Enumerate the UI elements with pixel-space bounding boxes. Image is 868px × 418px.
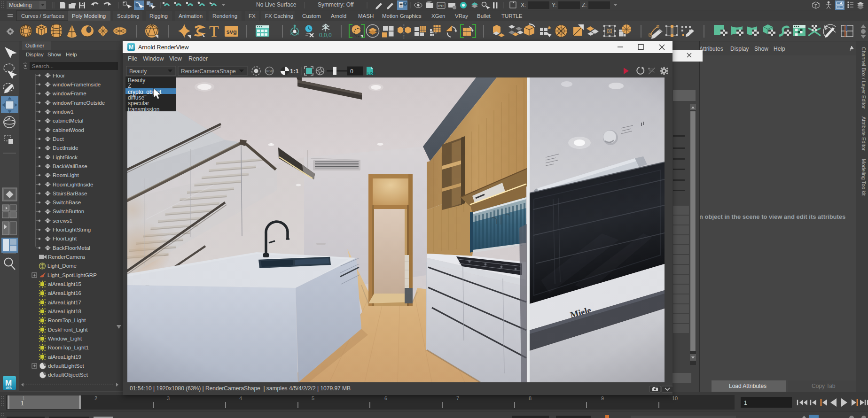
svg-text:windowFrame: windowFrame [52,91,86,96]
svg-text:LightBlock: LightBlock [53,155,78,160]
svg-text:Animation: Animation [179,13,203,19]
svg-text:BackFloorMetal: BackFloorMetal [53,245,90,251]
svg-text:Y:: Y: [552,2,557,8]
svg-text:1: 1 [744,400,747,406]
svg-text:2: 2 [94,395,97,401]
svg-text:Load Attributes: Load Attributes [729,383,766,389]
svg-text:windowFrameInside: windowFrameInside [52,82,101,87]
svg-text:RoomLight: RoomLight [53,172,79,178]
svg-text:Rendering: Rendering [212,13,237,19]
svg-text:0,0,0: 0,0,0 [319,32,332,39]
svg-text:IPR: IPR [438,4,444,8]
svg-text:Rigging: Rigging [149,13,168,19]
svg-text:Copy Tab: Copy Tab [812,383,836,389]
svg-text:n object in the scene to view: n object in the scene to view and edit i… [699,213,845,220]
svg-text:Light_Dome: Light_Dome [47,263,77,269]
svg-text:Beauty: Beauty [129,68,147,75]
svg-text:defaultObjectSet: defaultObjectSet [48,372,88,378]
svg-text:MASH: MASH [358,13,374,19]
svg-text:RoomLightInside: RoomLightInside [53,182,93,187]
svg-text:Help: Help [774,46,785,52]
svg-text:Custom: Custom [302,13,321,19]
svg-text:9: 9 [601,395,604,401]
svg-text:aiAreaLight15: aiAreaLight15 [48,281,81,287]
svg-text:SwitchButton: SwitchButton [53,209,84,214]
svg-text:Arnold RenderView: Arnold RenderView [138,44,189,51]
svg-text:defaultLightSet: defaultLightSet [48,363,85,369]
svg-text:Sculpting: Sculpting [117,13,139,19]
svg-text:6: 6 [384,395,387,401]
svg-text:aiAreaLight17: aiAreaLight17 [48,300,81,305]
svg-text:0: 0 [350,68,353,75]
svg-text:1: 1 [21,400,24,407]
svg-text:TURTLE: TURTLE [501,13,523,19]
svg-text:RenderCameraShape: RenderCameraShape [181,68,236,75]
svg-text:RoomTop_Light: RoomTop_Light [48,317,86,323]
svg-text:T: T [209,23,219,40]
svg-text:FloorLightString: FloorLightString [53,227,91,232]
svg-text:Poly Modeling: Poly Modeling [72,13,106,19]
svg-text:Bullet: Bullet [477,13,491,19]
svg-text:svg: svg [227,28,237,35]
svg-text:screws1: screws1 [53,218,72,224]
svg-text:DuctInside: DuctInside [53,145,78,151]
svg-text:windowFrameOutside: windowFrameOutside [52,100,105,106]
svg-text:3: 3 [167,395,170,401]
svg-text:RenderCamera: RenderCamera [48,254,85,260]
svg-text:BackWallBase: BackWallBase [53,163,87,169]
svg-text:Motion Graphics: Motion Graphics [382,13,422,19]
svg-text:Window_Light: Window_Light [48,336,82,341]
svg-text:M: M [129,44,133,51]
svg-text:Arnold: Arnold [331,13,346,19]
svg-text:SwitchBase: SwitchBase [53,200,81,205]
svg-text:FX: FX [249,13,256,19]
svg-text:StairsBarBase: StairsBarBase [53,191,87,196]
svg-text:Light_SpotLightGRP: Light_SpotLightGRP [47,272,97,278]
svg-text:Display: Display [730,46,749,52]
svg-text:window1: window1 [52,109,74,115]
svg-text:cabinetWood: cabinetWood [53,127,84,133]
svg-text:Modeling: Modeling [9,2,32,8]
svg-text:8: 8 [529,395,532,401]
svg-text:X:: X: [521,2,526,8]
svg-text:DeskFront_Light: DeskFront_Light [48,327,88,333]
svg-text:Z:: Z: [582,2,587,8]
svg-text:FloorLight: FloorLight [53,236,77,241]
svg-text:Duct: Duct [53,136,64,142]
svg-text:cabinetMetal: cabinetMetal [53,118,83,124]
svg-text:4: 4 [239,395,242,401]
svg-text:No Live Surface: No Live Surface [256,1,297,8]
svg-text:aiAreaLight16: aiAreaLight16 [48,290,81,296]
svg-text:RGB: RGB [266,70,273,73]
svg-text:VRay: VRay [455,13,468,19]
svg-text:1:1: 1:1 [290,68,299,75]
svg-text:XGen: XGen [431,13,445,19]
svg-text:aiAreaLight19: aiAreaLight19 [48,354,81,360]
svg-text:AYA: AYA [6,386,12,389]
svg-text:Curves / Surfaces: Curves / Surfaces [21,13,64,19]
svg-text:10: 10 [672,395,678,401]
svg-text:aiAreaLight18: aiAreaLight18 [48,309,81,314]
svg-text:Floor: Floor [53,73,65,78]
svg-text:RoomTop_Light1: RoomTop_Light1 [48,345,89,350]
svg-text:Show: Show [754,46,768,52]
svg-text:7: 7 [456,395,459,401]
svg-text:5: 5 [312,395,314,401]
svg-text:FX Caching: FX Caching [265,13,293,19]
svg-text:LOG: LOG [368,71,375,76]
svg-text:Symmetry: Off: Symmetry: Off [318,1,354,8]
